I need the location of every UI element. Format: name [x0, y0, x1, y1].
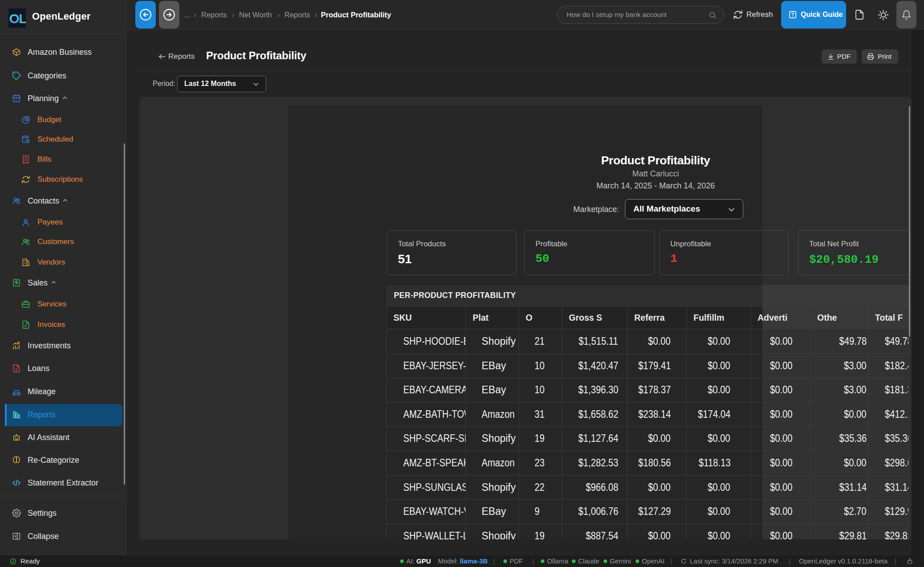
svg-text:OL: OL — [9, 11, 26, 26]
